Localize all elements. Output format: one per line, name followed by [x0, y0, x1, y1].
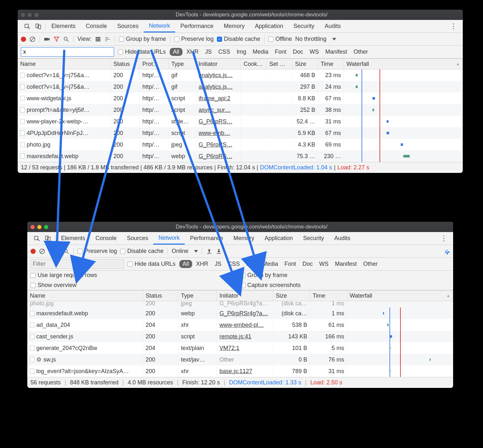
- filter-input[interactable]: [31, 259, 124, 269]
- initiator-link[interactable]: analytics.js…: [199, 72, 233, 79]
- tab-network[interactable]: Network: [144, 20, 175, 32]
- minimize-dot[interactable]: [37, 225, 41, 229]
- filter-chip-other[interactable]: Other: [351, 48, 371, 56]
- column-header[interactable]: Cook…: [241, 59, 267, 69]
- disable-cache-checkbox[interactable]: ✓Disable cache: [217, 36, 260, 42]
- initiator-link[interactable]: G_P6rpRS…: [199, 118, 232, 125]
- column-header[interactable]: Size: [292, 59, 318, 69]
- hide-data-urls-checkbox[interactable]: Hide data URLs: [128, 261, 175, 267]
- preserve-log-checkbox[interactable]: Preserve log: [174, 36, 214, 42]
- filter-chip-font[interactable]: Font: [272, 48, 289, 56]
- filter-chip-manifest[interactable]: Manifest: [323, 48, 350, 56]
- tab-elements[interactable]: Elements: [56, 232, 90, 245]
- table-row[interactable]: www-player-2x-webp-…200http/…style…G_P6r…: [18, 116, 463, 127]
- column-header[interactable]: Prot…: [140, 59, 169, 69]
- table-row[interactable]: collect?v=1&_v=j75&a…200http/…gifanalyti…: [18, 69, 463, 81]
- device-icon[interactable]: [45, 235, 51, 242]
- zoom-dot[interactable]: [34, 13, 39, 17]
- large-rows-icon[interactable]: [95, 36, 101, 42]
- filter-funnel-icon[interactable]: [53, 36, 60, 42]
- column-header[interactable]: Initiator: [217, 291, 273, 301]
- table-row[interactable]: 4PUpJpDdHqrNInFpJ…200http/…scriptwww-emb…: [18, 127, 463, 139]
- camera-icon[interactable]: [44, 36, 50, 42]
- hide-data-urls-checkbox[interactable]: Hide data URLs: [118, 49, 166, 55]
- table-row[interactable]: maxresdefault.webp200webpG_P6rpRSr4g?a…(…: [27, 308, 453, 319]
- column-header[interactable]: Name: [18, 59, 111, 69]
- device-icon[interactable]: [35, 23, 41, 30]
- filter-chip-js[interactable]: JS: [212, 260, 224, 268]
- filter-chip-other[interactable]: Other: [361, 260, 380, 268]
- filter-chip-ws[interactable]: WS: [307, 48, 321, 56]
- filter-chip-doc[interactable]: Doc: [300, 260, 315, 268]
- close-dot[interactable]: [31, 225, 35, 229]
- tab-console[interactable]: Console: [81, 20, 112, 32]
- table-row[interactable]: maxresdefault.webp200http/…webpG_P6rpRS……: [18, 150, 463, 162]
- filter-chip-doc[interactable]: Doc: [290, 48, 306, 56]
- column-header[interactable]: Set …: [267, 59, 292, 69]
- initiator-link[interactable]: iframe_api:2: [199, 95, 230, 102]
- zoom-dot[interactable]: [44, 225, 48, 229]
- tab-audits[interactable]: Audits: [329, 232, 355, 245]
- filter-chip-img[interactable]: Img: [234, 48, 249, 56]
- throttling-select[interactable]: No throttling: [295, 36, 336, 42]
- overview-icon[interactable]: [104, 36, 111, 42]
- filter-input[interactable]: [21, 47, 114, 57]
- upload-har-icon[interactable]: [206, 248, 212, 255]
- clear-icon[interactable]: [39, 248, 45, 255]
- column-header[interactable]: Waterfall▲: [347, 291, 453, 301]
- table-row[interactable]: generate_204?cQ2nBw204text/plainVM72:110…: [27, 342, 453, 354]
- table-row[interactable]: ad_data_204204xhrwww-embed-pl…538 B61 ms: [27, 319, 453, 331]
- table-row[interactable]: collect?v=1&_v=j75&a…200http/…gifanalyti…: [18, 81, 463, 93]
- filter-chip-img[interactable]: Img: [244, 260, 258, 268]
- tab-application[interactable]: Application: [259, 232, 298, 245]
- table-row[interactable]: photo.jpg200jpegG_P6rpRSr4g?a…(disk ca…1…: [27, 301, 453, 308]
- minimize-dot[interactable]: [28, 13, 32, 17]
- tab-sources[interactable]: Sources: [122, 232, 153, 245]
- filter-chip-xhr[interactable]: XHR: [184, 48, 201, 56]
- tab-audits[interactable]: Audits: [319, 20, 346, 32]
- filter-funnel-icon[interactable]: [53, 248, 60, 255]
- filter-chip-media[interactable]: Media: [260, 260, 281, 268]
- initiator-link[interactable]: www-embed-pl…: [219, 322, 264, 328]
- more-menu-icon[interactable]: ⋮: [438, 234, 450, 243]
- tab-sources[interactable]: Sources: [112, 20, 144, 32]
- filter-chip-css[interactable]: CSS: [216, 48, 233, 56]
- initiator-link[interactable]: www-emb…: [199, 130, 230, 137]
- initiator-link[interactable]: async_sur…: [199, 107, 231, 113]
- inspect-icon[interactable]: [24, 23, 31, 30]
- tab-application[interactable]: Application: [250, 20, 288, 32]
- filter-chip-font[interactable]: Font: [282, 260, 299, 268]
- tab-memory[interactable]: Memory: [228, 232, 259, 245]
- filter-chip-js[interactable]: JS: [202, 48, 214, 56]
- search-icon[interactable]: [63, 36, 69, 42]
- initiator-link[interactable]: G_P6rpRSr4g?a…: [219, 310, 268, 317]
- column-header[interactable]: Status: [111, 59, 140, 69]
- table-row[interactable]: prompt?t=a&site=ylj5if…200http/…scriptas…: [18, 104, 463, 116]
- filter-chip-all[interactable]: All: [170, 48, 183, 56]
- initiator-link[interactable]: remote.js:41: [219, 333, 251, 340]
- column-header[interactable]: Type: [178, 291, 217, 301]
- offline-checkbox[interactable]: Offline: [268, 36, 292, 42]
- table-row[interactable]: cast_sender.js200scriptremote.js:41143 K…: [27, 331, 453, 342]
- settings-gear-icon[interactable]: [443, 248, 450, 255]
- filter-chip-media[interactable]: Media: [250, 48, 271, 56]
- table-row[interactable]: log_event?alt=json&key=AIzaSyA…200xhrbas…: [27, 365, 453, 377]
- tab-performance[interactable]: Performance: [185, 232, 228, 245]
- column-header[interactable]: Time: [318, 59, 344, 69]
- tab-elements[interactable]: Elements: [46, 20, 81, 32]
- column-header[interactable]: Initiator: [196, 59, 241, 69]
- record-button[interactable]: [31, 249, 36, 254]
- column-header[interactable]: Status: [143, 291, 178, 301]
- initiator-link[interactable]: G_P6rpRS…: [199, 141, 232, 148]
- large-rows-checkbox[interactable]: Use large request rows: [31, 272, 240, 279]
- filter-chip-css[interactable]: CSS: [225, 260, 242, 268]
- initiator-link[interactable]: VM72:1: [219, 345, 239, 352]
- tab-memory[interactable]: Memory: [219, 20, 250, 32]
- column-header[interactable]: Time: [310, 291, 347, 301]
- initiator-link[interactable]: base.js:1127: [219, 368, 252, 375]
- column-header[interactable]: Waterfall▲: [344, 59, 463, 69]
- record-button[interactable]: [21, 37, 26, 42]
- table-row[interactable]: ⚙sw.js200text/jav…Other0 B76 ms: [27, 354, 453, 365]
- search-icon[interactable]: [63, 248, 69, 255]
- tab-console[interactable]: Console: [90, 232, 122, 245]
